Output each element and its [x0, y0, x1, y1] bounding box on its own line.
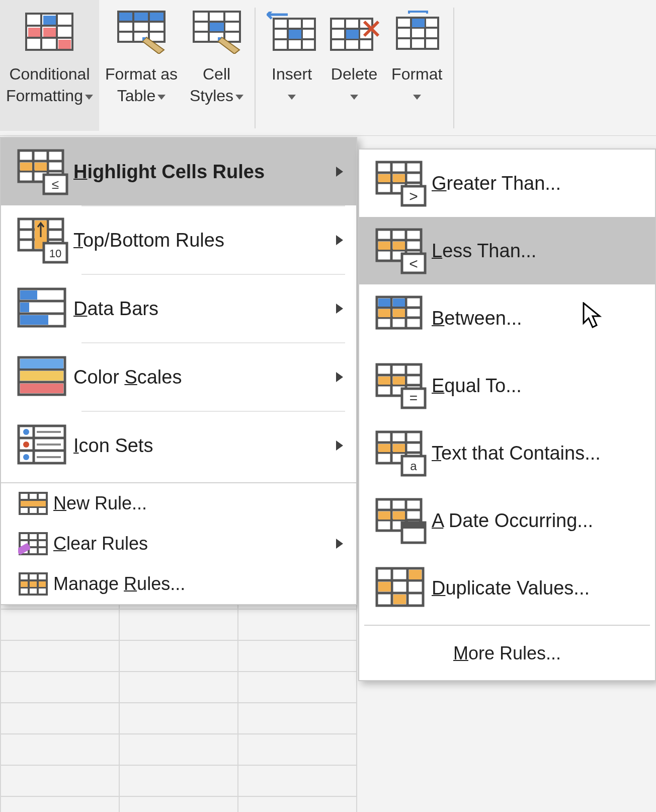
dropdown-caret-icon — [157, 95, 166, 100]
menu-item-color-scales[interactable]: Color Scales — [1, 343, 356, 411]
menu-item-less-than[interactable]: < Less Than... — [359, 217, 655, 284]
svg-rect-164 — [409, 570, 422, 579]
submenu-arrow-icon — [336, 539, 343, 549]
menu-item-icon-sets[interactable]: Icon Sets — [1, 412, 356, 479]
svg-rect-86 — [21, 501, 46, 506]
format-button[interactable]: Format — [385, 0, 448, 131]
svg-rect-20 — [210, 23, 224, 31]
menu-item-top-bottom-rules[interactable]: 10 Top/Bottom Rules — [1, 206, 356, 274]
svg-rect-41 — [412, 19, 425, 27]
date-occurring-icon — [371, 498, 432, 543]
svg-rect-32 — [346, 30, 359, 39]
svg-rect-115 — [378, 242, 390, 250]
dropdown-caret-icon — [85, 95, 93, 100]
menu-item-new-rule[interactable]: New Rule... — [1, 483, 356, 524]
svg-rect-70 — [20, 384, 63, 393]
top-bottom-icon: 10 — [13, 217, 73, 263]
cell-styles-button[interactable]: Cell Styles — [184, 0, 250, 131]
menu-item-manage-rules[interactable]: Manage Rules... — [1, 564, 356, 604]
submenu-arrow-icon — [336, 372, 343, 382]
svg-rect-62 — [20, 290, 37, 300]
svg-rect-99 — [30, 581, 37, 587]
svg-rect-162 — [378, 582, 391, 592]
svg-rect-142 — [378, 444, 390, 452]
cell-styles-icon — [192, 9, 242, 54]
svg-rect-48 — [35, 163, 47, 171]
menu-item-more-rules[interactable]: More Rules... — [359, 629, 655, 680]
menu-item-clear-rules[interactable]: Clear Rules — [1, 524, 356, 564]
ribbon: Conditional Formatting Format as Table — [0, 0, 656, 136]
menu-item-data-bars[interactable]: Data Bars — [1, 275, 356, 342]
between-icon — [371, 296, 432, 341]
highlight-cells-icon: ≤ — [13, 149, 73, 194]
submenu-arrow-icon — [336, 440, 343, 451]
svg-text:≤: ≤ — [52, 177, 59, 192]
svg-point-77 — [23, 454, 29, 460]
svg-rect-106 — [378, 174, 390, 182]
equal-to-icon: = — [371, 363, 432, 408]
svg-rect-163 — [393, 595, 406, 604]
icon-sets-icon — [13, 423, 73, 468]
svg-text:>: > — [409, 188, 418, 204]
svg-rect-6 — [43, 16, 56, 25]
menu-item-between[interactable]: Between... — [359, 284, 655, 352]
menu-item-greater-than[interactable]: > Greater Than... — [359, 150, 655, 217]
svg-rect-47 — [20, 163, 32, 171]
insert-label: Insert — [272, 63, 312, 107]
delete-button[interactable]: Delete — [323, 0, 385, 131]
format-as-table-icon — [116, 9, 167, 54]
menu-item-label: A Date Occurring... — [432, 510, 593, 532]
svg-text:a: a — [410, 459, 417, 473]
menu-item-label: Between... — [432, 308, 522, 329]
svg-rect-151 — [378, 511, 390, 520]
menu-item-date-occurring[interactable]: A Date Occurring... — [359, 487, 655, 554]
menu-item-label: Top/Bottom Rules — [73, 230, 224, 251]
svg-rect-143 — [393, 444, 405, 452]
insert-button[interactable]: Insert — [261, 0, 323, 131]
ribbon-separator — [453, 8, 454, 128]
dropdown-caret-icon — [413, 95, 421, 100]
delete-label: Delete — [331, 63, 378, 107]
svg-rect-63 — [20, 303, 29, 312]
manage-rules-icon — [13, 570, 53, 598]
svg-text:<: < — [409, 255, 418, 272]
svg-rect-100 — [39, 581, 46, 587]
conditional-formatting-label: Conditional Formatting — [6, 63, 93, 107]
ribbon-separator — [255, 8, 256, 128]
format-as-table-button[interactable]: Format as Table — [99, 0, 184, 131]
menu-item-text-contains[interactable]: a Text that Contains... — [359, 419, 655, 487]
dropdown-caret-icon — [350, 95, 358, 100]
svg-point-75 — [23, 429, 29, 435]
svg-rect-64 — [20, 315, 48, 325]
menu-item-label: Equal To... — [432, 375, 522, 397]
svg-text:=: = — [409, 390, 418, 406]
svg-rect-8 — [58, 40, 71, 49]
submenu-arrow-icon — [336, 167, 343, 177]
svg-rect-68 — [20, 359, 63, 368]
menu-item-highlight-cells-rules[interactable]: ≤ Highlight Cells Rules — [1, 138, 356, 205]
svg-rect-152 — [393, 511, 405, 520]
greater-than-icon: > — [371, 161, 432, 206]
cell-styles-label: Cell Styles — [190, 63, 243, 107]
insert-icon — [267, 9, 317, 54]
format-icon — [392, 9, 442, 54]
svg-rect-125 — [393, 299, 405, 307]
svg-rect-124 — [378, 299, 390, 307]
conditional-formatting-icon — [24, 9, 74, 54]
conditional-formatting-menu: ≤ Highlight Cells Rules 10 Top/Bottom Ru… — [0, 137, 357, 605]
svg-rect-134 — [393, 377, 405, 385]
svg-rect-98 — [21, 581, 28, 587]
duplicate-values-icon — [371, 565, 432, 611]
svg-rect-116 — [393, 242, 405, 250]
menu-item-duplicate-values[interactable]: Duplicate Values... — [359, 554, 655, 622]
menu-item-label: Icon Sets — [73, 435, 153, 457]
menu-item-label: Highlight Cells Rules — [73, 161, 265, 183]
menu-item-equal-to[interactable]: = Equal To... — [359, 352, 655, 419]
menu-item-label: New Rule... — [53, 493, 147, 514]
format-label: Format — [391, 63, 442, 107]
delete-icon — [329, 9, 379, 54]
dropdown-caret-icon — [288, 95, 296, 100]
ribbon-group-styles: Conditional Formatting Format as Table — [0, 0, 250, 135]
new-rule-icon — [13, 489, 53, 518]
conditional-formatting-button[interactable]: Conditional Formatting — [0, 0, 99, 131]
